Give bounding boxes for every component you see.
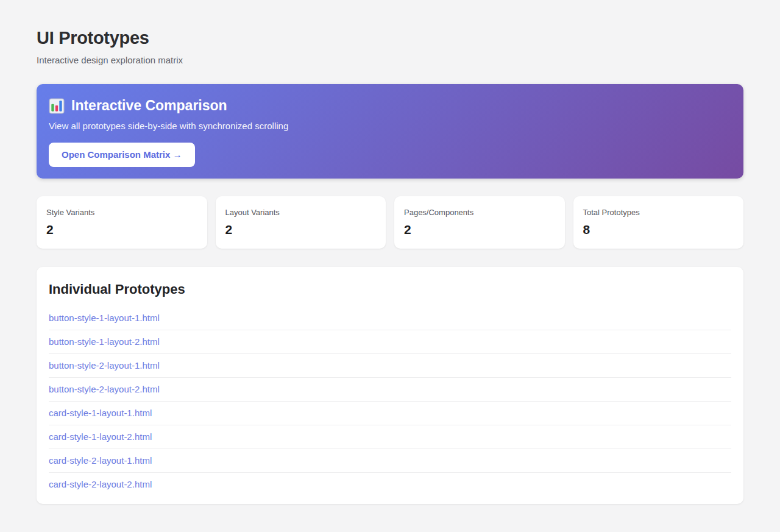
prototype-link[interactable]: button-style-1-layout-1.html <box>49 307 731 330</box>
banner-title-row: Interactive Comparison <box>49 98 729 114</box>
prototype-link[interactable]: card-style-2-layout-1.html <box>49 449 731 472</box>
list-item: button-style-1-layout-1.html <box>49 307 731 330</box>
comparison-banner: Interactive Comparison View all prototyp… <box>37 84 743 179</box>
banner-description: View all prototypes side-by-side with sy… <box>49 121 729 131</box>
prototype-link[interactable]: button-style-2-layout-1.html <box>49 354 731 377</box>
bar-chart-icon <box>49 98 65 114</box>
stat-card-pages-components: Pages/Components 2 <box>394 196 565 249</box>
stat-value: 8 <box>583 222 734 237</box>
stat-value: 2 <box>225 222 377 237</box>
stat-card-layout-variants: Layout Variants 2 <box>216 196 386 249</box>
banner-title: Interactive Comparison <box>71 98 227 114</box>
page-container: UI Prototypes Interactive design explora… <box>37 0 743 504</box>
stat-label: Style Variants <box>46 208 197 217</box>
prototype-link-list: button-style-1-layout-1.html button-styl… <box>49 307 731 496</box>
prototype-link[interactable]: button-style-1-layout-2.html <box>49 330 731 353</box>
prototype-link[interactable]: card-style-1-layout-2.html <box>49 425 731 449</box>
stat-value: 2 <box>404 222 555 237</box>
page-title: UI Prototypes <box>37 28 743 48</box>
stat-card-total-prototypes: Total Prototypes 8 <box>573 196 744 249</box>
stat-value: 2 <box>46 222 197 237</box>
list-item: card-style-2-layout-2.html <box>49 473 731 496</box>
page-subtitle: Interactive design exploration matrix <box>37 55 743 65</box>
stat-label: Layout Variants <box>225 208 377 217</box>
list-item: button-style-2-layout-1.html <box>49 354 731 378</box>
prototype-link[interactable]: button-style-2-layout-2.html <box>49 378 731 401</box>
list-item: button-style-2-layout-2.html <box>49 378 731 402</box>
list-item: card-style-2-layout-1.html <box>49 449 731 473</box>
individual-prototypes-heading: Individual Prototypes <box>49 282 731 297</box>
prototype-link[interactable]: card-style-2-layout-2.html <box>49 473 731 496</box>
open-comparison-matrix-button[interactable]: Open Comparison Matrix → <box>49 143 195 167</box>
prototype-link[interactable]: card-style-1-layout-1.html <box>49 402 731 425</box>
stat-label: Total Prototypes <box>583 208 734 217</box>
list-item: card-style-1-layout-2.html <box>49 425 731 449</box>
list-item: card-style-1-layout-1.html <box>49 402 731 425</box>
stat-card-style-variants: Style Variants 2 <box>37 196 207 249</box>
individual-prototypes-card: Individual Prototypes button-style-1-lay… <box>37 267 743 504</box>
list-item: button-style-1-layout-2.html <box>49 330 731 354</box>
stats-row: Style Variants 2 Layout Variants 2 Pages… <box>37 196 743 249</box>
stat-label: Pages/Components <box>404 208 555 217</box>
